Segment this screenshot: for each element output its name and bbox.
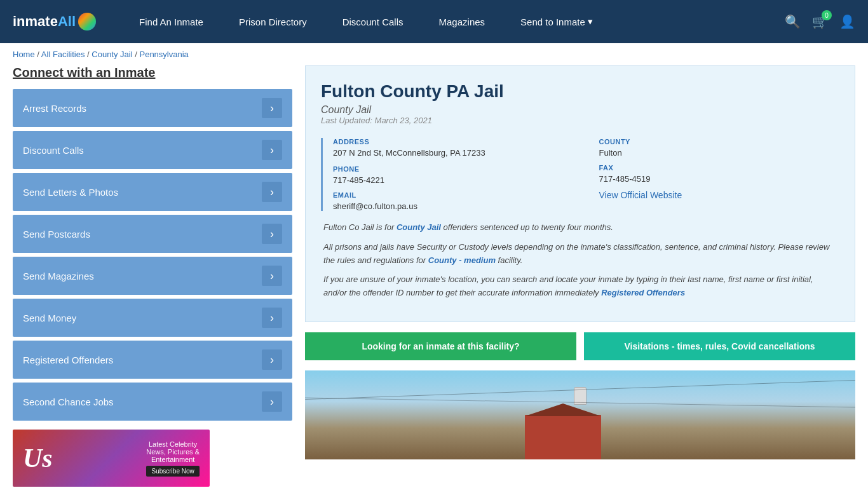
address-value: 207 N 2nd St, McConnellsburg, PA 17233	[333, 148, 574, 158]
detail-phone: PHONE 717-485-4221	[333, 165, 448, 185]
chevron-right-icon: ›	[262, 308, 282, 328]
ad-text: Latest Celebrity News, Pictures & Entert…	[146, 440, 200, 477]
facility-photo	[305, 370, 855, 459]
content-area: Fulton County PA Jail County Jail Last U…	[305, 65, 855, 487]
navbar: inmateAll Find An Inmate Prison Director…	[0, 0, 868, 43]
chevron-right-icon: ›	[262, 224, 282, 244]
phone-label: PHONE	[333, 165, 448, 173]
sidebar-item-second-chance-jobs-label: Second Chance Jobs	[23, 396, 114, 407]
chevron-right-icon: ›	[262, 266, 282, 286]
facility-card: Fulton County PA Jail County Jail Last U…	[305, 65, 855, 322]
sidebar-menu: Arrest Records › Discount Calls › Send L…	[13, 89, 292, 421]
sidebar-item-arrest-records-label: Arrest Records	[23, 103, 86, 114]
action-buttons: Looking for an inmate at this facility? …	[305, 332, 855, 360]
sidebar-item-registered-offenders[interactable]: Registered Offenders ›	[13, 341, 292, 379]
logo-all: All	[58, 13, 76, 29]
county-label: COUNTY	[599, 138, 840, 146]
facility-type: County Jail	[321, 104, 839, 116]
breadcrumb-home[interactable]: Home	[13, 50, 35, 59]
account-button[interactable]: 👤	[839, 14, 855, 29]
breadcrumb: Home / All Facilities / County Jail / Pe…	[0, 43, 868, 65]
facility-name: Fulton County PA Jail	[321, 81, 839, 102]
logo[interactable]: inmateAll	[13, 13, 96, 30]
nav-prison-directory[interactable]: Prison Directory	[221, 0, 325, 43]
email-value: sheriff@co.fulton.pa.us	[333, 201, 574, 211]
desc2: All prisons and jails have Security or C…	[323, 241, 837, 268]
nav-icons: 🔍 🛒 0 👤	[785, 14, 855, 29]
facility-updated: Last Updated: March 23, 2021	[321, 116, 839, 125]
logo-text: inmateAll	[13, 13, 76, 30]
detail-col-right: COUNTY Fulton FAX 717-485-4519 View Offi…	[599, 138, 840, 211]
sidebar-item-discount-calls-label: Discount Calls	[23, 145, 84, 156]
email-label: EMAIL	[333, 191, 574, 199]
sidebar-item-send-magazines[interactable]: Send Magazines ›	[13, 257, 292, 295]
detail-county: COUNTY Fulton	[599, 138, 840, 158]
nav-find-inmate[interactable]: Find An Inmate	[121, 0, 221, 43]
sidebar-item-discount-calls[interactable]: Discount Calls ›	[13, 131, 292, 169]
county-value: Fulton	[599, 148, 840, 158]
logo-icon	[78, 13, 96, 30]
find-inmate-btn[interactable]: Looking for an inmate at this facility?	[305, 332, 576, 360]
ad-subscribe-btn[interactable]: Subscribe Now	[146, 466, 199, 477]
fax-label: FAX	[599, 164, 840, 172]
dropdown-arrow-icon: ▾	[588, 16, 593, 27]
nav-magazines[interactable]: Magazines	[421, 0, 503, 43]
county-medium-link[interactable]: County - medium	[428, 255, 496, 265]
desc3: If you are unsure of your inmate's locat…	[323, 273, 837, 300]
search-button[interactable]: 🔍	[785, 14, 801, 29]
sidebar-title: Connect with an Inmate	[13, 65, 292, 80]
cart-badge: 0	[822, 10, 832, 20]
photo-roof	[525, 403, 601, 416]
nav-send-to-inmate-label: Send to Inmate	[520, 17, 585, 27]
breadcrumb-county-jail[interactable]: County Jail	[92, 50, 132, 59]
ad-logo: Us	[23, 443, 53, 473]
fax-value: 717-485-4519	[599, 174, 840, 184]
cart-button[interactable]: 🛒 0	[812, 14, 828, 29]
sidebar-item-registered-offenders-label: Registered Offenders	[23, 355, 113, 365]
main-container: Connect with an Inmate Arrest Records › …	[0, 65, 868, 487]
facility-details: ADDRESS 207 N 2nd St, McConnellsburg, PA…	[321, 138, 839, 211]
desc1: Fulton Co Jail is for County Jail offend…	[323, 221, 837, 234]
sidebar-item-send-letters-label: Send Letters & Photos	[23, 187, 118, 198]
chevron-right-icon: ›	[262, 391, 282, 412]
sidebar: Connect with an Inmate Arrest Records › …	[13, 65, 292, 487]
registered-offenders-link[interactable]: Registered Offenders	[601, 288, 685, 297]
detail-row-phone-email: PHONE 717-485-4221	[333, 165, 574, 185]
sidebar-item-send-money[interactable]: Send Money ›	[13, 299, 292, 337]
breadcrumb-all-facilities[interactable]: All Facilities	[41, 50, 85, 59]
nav-discount-calls[interactable]: Discount Calls	[325, 0, 421, 43]
sidebar-item-send-postcards[interactable]: Send Postcards ›	[13, 215, 292, 253]
sidebar-item-send-letters[interactable]: Send Letters & Photos ›	[13, 173, 292, 211]
detail-address: ADDRESS 207 N 2nd St, McConnellsburg, PA…	[333, 138, 574, 158]
ad-banner[interactable]: Us Latest Celebrity News, Pictures & Ent…	[13, 430, 210, 487]
website-link[interactable]: View Official Website	[599, 190, 682, 200]
visitation-btn[interactable]: Visitations - times, rules, Covid cancel…	[584, 332, 855, 360]
nav-links: Find An Inmate Prison Directory Discount…	[121, 0, 785, 43]
chevron-right-icon: ›	[262, 140, 282, 160]
phone-value: 717-485-4221	[333, 175, 448, 185]
chevron-right-icon: ›	[262, 182, 282, 202]
sidebar-item-second-chance-jobs[interactable]: Second Chance Jobs ›	[13, 383, 292, 421]
address-label: ADDRESS	[333, 138, 574, 146]
detail-fax: FAX 717-485-4519	[599, 164, 840, 184]
chevron-right-icon: ›	[262, 98, 282, 118]
detail-email: EMAIL sheriff@co.fulton.pa.us	[333, 191, 574, 211]
facility-description: Fulton Co Jail is for County Jail offend…	[321, 221, 839, 300]
sidebar-item-arrest-records[interactable]: Arrest Records ›	[13, 89, 292, 127]
county-jail-link1[interactable]: County Jail	[397, 222, 441, 232]
photo-main-building	[525, 415, 601, 459]
ad-tagline: Latest Celebrity News, Pictures & Entert…	[146, 440, 200, 463]
sidebar-item-send-money-label: Send Money	[23, 313, 76, 323]
chevron-right-icon: ›	[262, 349, 282, 370]
detail-website: View Official Website	[599, 190, 840, 200]
sidebar-item-send-magazines-label: Send Magazines	[23, 271, 94, 281]
breadcrumb-pennsylvania[interactable]: Pennsylvania	[139, 50, 188, 59]
logo-inmate: inmate	[13, 13, 58, 29]
detail-col-left: ADDRESS 207 N 2nd St, McConnellsburg, PA…	[333, 138, 574, 211]
sidebar-item-send-postcards-label: Send Postcards	[23, 229, 90, 240]
nav-send-to-inmate[interactable]: Send to Inmate ▾	[503, 0, 611, 43]
